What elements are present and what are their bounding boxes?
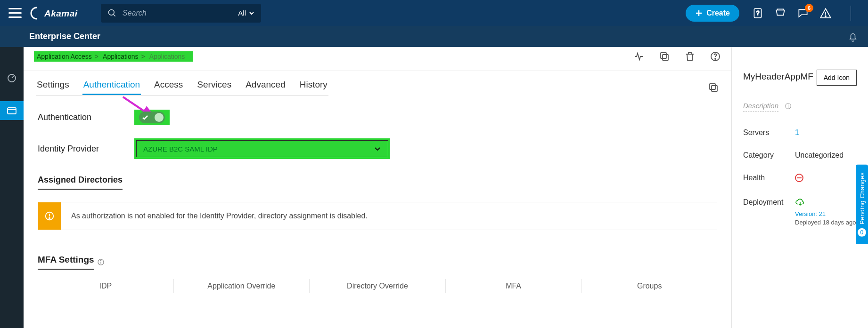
directory-disabled-alert: As authorization is not enabled for the … — [38, 202, 717, 230]
page-action-icons — [633, 51, 721, 62]
mfa-heading: MFA Settings — [38, 255, 717, 270]
tab-advanced[interactable]: Advanced — [245, 80, 287, 95]
tab-authentication[interactable]: Authentication — [82, 80, 141, 95]
left-rail — [0, 47, 24, 328]
auth-toggle[interactable] — [139, 112, 165, 123]
rail-apps[interactable] — [0, 101, 24, 120]
servers-value[interactable]: 1 — [795, 128, 799, 137]
help-circle-icon[interactable] — [710, 51, 721, 62]
svg-rect-15 — [710, 84, 715, 89]
auth-label: Authentication — [38, 112, 134, 122]
alert-text: As authorization is not enabled for the … — [61, 202, 378, 230]
health-value — [795, 174, 803, 184]
pending-count: 0 — [858, 228, 866, 237]
mfa-columns: IDP Application Override Directory Overr… — [24, 279, 731, 293]
tab-services[interactable]: Services — [196, 80, 232, 95]
servers-label: Servers — [743, 128, 795, 137]
tabs-row: Settings Authentication Access Services … — [24, 71, 731, 96]
activity-icon[interactable] — [633, 51, 645, 62]
search-icon — [107, 8, 117, 18]
topbar-icons: ? 6 — [752, 6, 860, 21]
rail-dashboard[interactable] — [0, 68, 24, 87]
description-field[interactable]: Description — [743, 102, 778, 112]
cloud-download-icon — [795, 198, 805, 207]
svg-rect-14 — [712, 86, 717, 91]
clipboard-help-icon[interactable]: ? — [752, 7, 764, 19]
assigned-dirs-heading: Assigned Directories — [38, 175, 123, 190]
svg-point-13 — [715, 58, 716, 59]
app-name[interactable]: MyHeaderAppMF — [743, 72, 813, 84]
akamai-logo[interactable]: Akamai — [30, 7, 82, 20]
copy-icon[interactable] — [659, 51, 670, 62]
breadcrumb-mid[interactable]: Applications — [103, 53, 139, 60]
category-value: Uncategorized — [795, 151, 843, 160]
plus-icon — [695, 9, 703, 17]
chat-icon[interactable]: 6 — [797, 7, 809, 19]
svg-rect-8 — [8, 108, 16, 114]
health-label: Health — [743, 174, 795, 184]
deployment-age: Deployed 18 days ago — [795, 219, 857, 226]
svg-point-1 — [109, 9, 115, 15]
deployment-label: Deployment — [743, 198, 795, 207]
duplicate-icon[interactable] — [708, 82, 719, 93]
secondary-bar: Enterprise Center — [0, 26, 868, 47]
col-app-override: Application Override — [173, 279, 310, 293]
svg-rect-11 — [661, 53, 666, 58]
top-bar: Akamai All Create ? 6 — [0, 0, 868, 26]
category-label: Category — [743, 151, 795, 160]
idp-value: AZURE B2C SAML IDP — [143, 145, 218, 153]
svg-text:?: ? — [756, 10, 760, 16]
main-content: Application Access> Applications> Applic… — [24, 47, 731, 328]
create-button[interactable]: Create — [686, 5, 739, 22]
cart-icon[interactable] — [774, 7, 786, 19]
warning-icon — [38, 202, 61, 230]
tab-history[interactable]: History — [299, 80, 328, 95]
trash-icon[interactable] — [684, 51, 696, 62]
menu-hamburger[interactable] — [8, 7, 22, 20]
breadcrumb-root[interactable]: Application Access — [37, 53, 92, 60]
deployment-version[interactable]: Version: 21 — [795, 210, 857, 217]
right-panel: MyHeaderAppMF Add Icon Description ⓘ Ser… — [731, 47, 868, 328]
col-idp: IDP — [38, 279, 173, 293]
tab-access[interactable]: Access — [153, 80, 184, 95]
col-dir-override: Directory Override — [309, 279, 445, 293]
chat-badge: 6 — [805, 4, 813, 12]
svg-rect-10 — [663, 55, 668, 60]
pending-changes-tab[interactable]: 0 Pending Changes — [856, 165, 868, 244]
svg-point-19 — [49, 217, 50, 218]
check-icon — [142, 114, 148, 121]
add-icon-button[interactable]: Add Icon — [817, 70, 857, 86]
info-circle-icon[interactable] — [97, 258, 105, 266]
breadcrumb-current: Applications — [149, 53, 185, 60]
search-box[interactable]: All — [101, 4, 261, 23]
svg-line-2 — [114, 14, 115, 16]
tab-settings[interactable]: Settings — [36, 80, 70, 95]
col-groups: Groups — [581, 279, 717, 293]
svg-point-6 — [825, 16, 826, 16]
health-bad-icon — [795, 174, 803, 182]
secondary-title: Enterprise Center — [29, 32, 100, 41]
chevron-down-icon — [374, 145, 381, 152]
idp-dropdown[interactable]: AZURE B2C SAML IDP — [136, 140, 388, 157]
svg-text:Akamai: Akamai — [44, 8, 78, 18]
alert-triangle-icon[interactable] — [819, 7, 832, 19]
breadcrumb: Application Access> Applications> Applic… — [34, 51, 193, 62]
search-input[interactable] — [123, 9, 232, 17]
chevron-down-icon — [249, 10, 254, 16]
svg-point-22 — [100, 260, 101, 261]
search-filter-dropdown[interactable]: All — [238, 9, 254, 17]
bell-icon[interactable] — [847, 31, 859, 42]
deployment-value[interactable] — [795, 198, 805, 207]
info-circle-icon[interactable]: ⓘ — [785, 103, 791, 110]
col-mfa: MFA — [445, 279, 581, 293]
idp-label: Identity Provider — [38, 144, 134, 154]
